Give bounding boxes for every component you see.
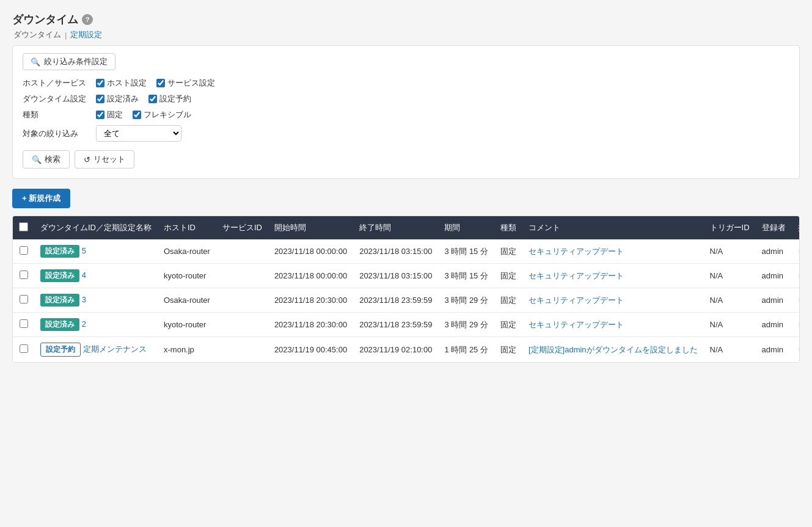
settings-icon[interactable]: ⚙ bbox=[798, 344, 800, 355]
toolbar: + 新規作成 bbox=[12, 189, 800, 208]
target-controls: 全て ホスト サービス bbox=[96, 125, 789, 142]
settings-icon[interactable]: ⚙ bbox=[798, 294, 800, 306]
scheduled-checkbox-label[interactable]: 設定予約 bbox=[148, 93, 191, 104]
row-host-cell: Osaka-router bbox=[158, 288, 216, 313]
row-checkbox-cell[interactable] bbox=[13, 239, 34, 264]
row-trigger-cell: N/A bbox=[704, 264, 756, 288]
comment-link[interactable]: セキュリティアップデート bbox=[529, 320, 624, 329]
row-duration-cell: 3 時間 29 分 bbox=[438, 313, 494, 337]
header-checkbox-cell[interactable] bbox=[13, 216, 34, 239]
downtime-id-link[interactable]: 3 bbox=[82, 295, 86, 304]
service-setting-checkbox[interactable] bbox=[156, 79, 165, 87]
col-start: 開始時間 bbox=[268, 216, 353, 239]
col-registrant: 登録者 bbox=[756, 216, 792, 239]
comment-link[interactable]: セキュリティアップデート bbox=[529, 271, 624, 280]
row-checkbox[interactable] bbox=[20, 271, 28, 279]
row-id-cell: 設定済み 3 bbox=[34, 288, 158, 313]
flexible-label: フレキシブル bbox=[144, 109, 191, 120]
scheduled-checkbox[interactable] bbox=[148, 95, 157, 103]
row-action-cell: ⚙✕ bbox=[792, 264, 800, 288]
table-body: 設定済み 5Osaka-router2023/11/18 00:00:00202… bbox=[13, 239, 800, 362]
row-duration-cell: 3 時間 29 分 bbox=[438, 288, 494, 313]
new-button[interactable]: + 新規作成 bbox=[12, 189, 70, 208]
breadcrumb-link[interactable]: 定期設定 bbox=[70, 29, 102, 40]
row-checkbox[interactable] bbox=[20, 344, 28, 353]
row-checkbox-cell[interactable] bbox=[13, 313, 34, 337]
row-end-cell: 2023/11/18 03:15:00 bbox=[353, 264, 438, 288]
header-checkbox[interactable] bbox=[19, 222, 28, 231]
fixed-checkbox-label[interactable]: 固定 bbox=[96, 109, 123, 120]
row-duration-cell: 3 時間 15 分 bbox=[438, 239, 494, 264]
row-start-cell: 2023/11/18 00:00:00 bbox=[268, 239, 353, 264]
downtime-id-link[interactable]: 2 bbox=[82, 319, 86, 329]
row-host-cell: Osaka-router bbox=[158, 239, 216, 264]
downtime-id-link[interactable]: 5 bbox=[82, 246, 86, 255]
downtime-id-link[interactable]: 4 bbox=[82, 271, 86, 280]
flexible-checkbox[interactable] bbox=[133, 111, 141, 119]
search-button[interactable]: 🔍 検索 bbox=[23, 150, 70, 169]
host-setting-checkbox-label[interactable]: ホスト設定 bbox=[96, 78, 147, 89]
comment-link[interactable]: [定期設定]adminがダウンタイムを設定しました bbox=[529, 345, 698, 354]
set-checkbox-label[interactable]: 設定済み bbox=[96, 93, 139, 104]
host-service-controls: ホスト設定 サービス設定 bbox=[96, 78, 789, 89]
row-comment-cell: セキュリティアップデート bbox=[522, 264, 704, 288]
row-checkbox[interactable] bbox=[20, 246, 28, 255]
settings-icon[interactable]: ⚙ bbox=[798, 245, 800, 257]
row-action-cell: ⚙✕ bbox=[792, 313, 800, 337]
target-select[interactable]: 全て ホスト サービス bbox=[96, 125, 181, 142]
row-checkbox[interactable] bbox=[20, 295, 28, 303]
table-row: 設定予約 定期メンテナンスx-mon.jp2023/11/19 00:45:00… bbox=[13, 337, 800, 363]
filter-actions: 🔍 検索 ↺ リセット bbox=[23, 150, 789, 169]
fixed-label: 固定 bbox=[107, 109, 123, 120]
scheduled-name-link[interactable]: 定期メンテナンス bbox=[83, 344, 147, 354]
filter-grid: ホスト／サービス ホスト設定 サービス設定 ダウンタイム設定 設定済み 設定予約 bbox=[23, 78, 789, 142]
col-id: ダウンタイムID／定期設定名称 bbox=[34, 216, 158, 239]
table-row: 設定済み 3Osaka-router2023/11/18 20:30:00202… bbox=[13, 288, 800, 313]
row-registrant-cell: admin bbox=[756, 264, 792, 288]
reset-button-label: リセット bbox=[93, 154, 125, 165]
row-checkbox[interactable] bbox=[20, 319, 28, 328]
row-registrant-cell: admin bbox=[756, 337, 792, 363]
status-badge: 設定済み bbox=[40, 245, 79, 258]
title-text: ダウンタイム bbox=[12, 12, 78, 27]
row-type-cell: 固定 bbox=[494, 313, 522, 337]
reset-button[interactable]: ↺ リセット bbox=[75, 150, 134, 169]
fixed-checkbox[interactable] bbox=[96, 111, 104, 119]
help-icon[interactable]: ? bbox=[82, 14, 93, 25]
comment-link[interactable]: セキュリティアップデート bbox=[529, 296, 624, 305]
downtime-controls: 設定済み 設定予約 bbox=[96, 93, 789, 104]
col-type: 種類 bbox=[494, 216, 522, 239]
set-checkbox[interactable] bbox=[96, 95, 104, 103]
filter-panel: 🔍 絞り込み条件設定 ホスト／サービス ホスト設定 サービス設定 ダウンタイム設… bbox=[12, 45, 800, 179]
host-setting-checkbox[interactable] bbox=[96, 79, 104, 87]
breadcrumb-current: ダウンタイム bbox=[13, 29, 61, 40]
settings-icon[interactable]: ⚙ bbox=[798, 270, 800, 282]
col-service: サービスID bbox=[216, 216, 268, 239]
search-button-label: 検索 bbox=[45, 154, 60, 165]
row-service-cell bbox=[216, 313, 268, 337]
comment-link[interactable]: セキュリティアップデート bbox=[529, 247, 624, 256]
service-setting-checkbox-label[interactable]: サービス設定 bbox=[156, 78, 215, 89]
table-wrapper: ダウンタイムID／定期設定名称 ホストID サービスID 開始時間 終了時間 期… bbox=[12, 216, 800, 363]
col-comment: コメント bbox=[522, 216, 704, 239]
row-end-cell: 2023/11/19 02:10:00 bbox=[353, 337, 438, 363]
row-registrant-cell: admin bbox=[756, 239, 792, 264]
row-duration-cell: 1 時間 25 分 bbox=[438, 337, 494, 363]
settings-icon[interactable]: ⚙ bbox=[798, 319, 800, 330]
row-type-cell: 固定 bbox=[494, 264, 522, 288]
type-controls: 固定 フレキシブル bbox=[96, 109, 789, 120]
row-checkbox-cell[interactable] bbox=[13, 264, 34, 288]
row-start-cell: 2023/11/18 20:30:00 bbox=[268, 313, 353, 337]
breadcrumb: ダウンタイム | 定期設定 bbox=[13, 29, 800, 40]
row-end-cell: 2023/11/18 23:59:59 bbox=[353, 288, 438, 313]
row-trigger-cell: N/A bbox=[704, 337, 756, 363]
row-id-cell: 設定予約 定期メンテナンス bbox=[34, 337, 158, 363]
row-comment-cell: セキュリティアップデート bbox=[522, 239, 704, 264]
row-checkbox-cell[interactable] bbox=[13, 337, 34, 363]
filter-toggle-button[interactable]: 🔍 絞り込み条件設定 bbox=[23, 53, 115, 70]
row-trigger-cell: N/A bbox=[704, 313, 756, 337]
row-checkbox-cell[interactable] bbox=[13, 288, 34, 313]
flexible-checkbox-label[interactable]: フレキシブル bbox=[133, 109, 191, 120]
col-end: 終了時間 bbox=[353, 216, 438, 239]
row-host-cell: kyoto-router bbox=[158, 264, 216, 288]
